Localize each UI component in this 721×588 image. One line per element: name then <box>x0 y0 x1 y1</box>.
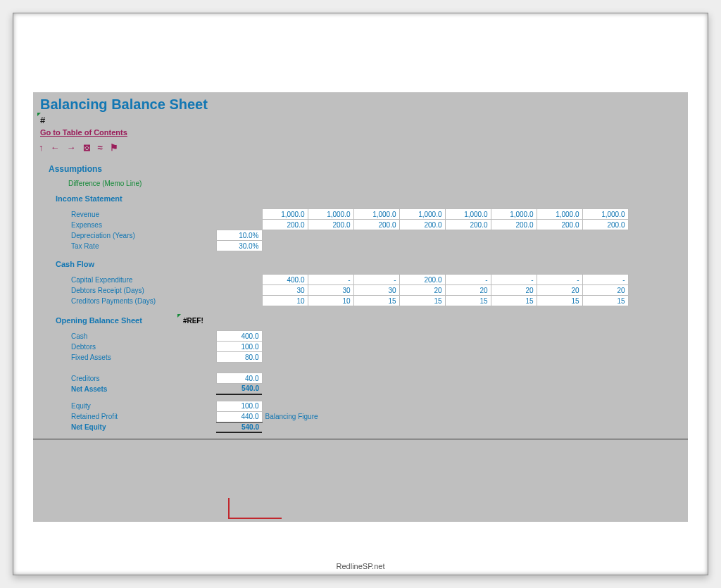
ref-text: #REF! <box>183 317 203 325</box>
row-debtors: Debtors 100.0 <box>68 342 262 352</box>
row-capex: Capital Expenditure 400.0 - - 200.0 - - … <box>68 275 628 285</box>
opening-label: Opening Balance Sheet <box>56 316 142 325</box>
hash-mark: # <box>33 115 688 125</box>
document-frame: Balancing Balance Sheet # Go to Table of… <box>13 13 708 575</box>
label-creditors-days: Creditors Payments (Days) <box>68 296 216 306</box>
error-indicator-icon <box>177 314 181 318</box>
balance-table-equity: Equity 100.0 Retained Profit 440.0 Balan… <box>68 401 321 434</box>
row-net-assets: Net Assets 540.0 <box>68 384 262 394</box>
forward-icon[interactable]: → <box>67 142 76 153</box>
row-expenses: Expenses 200.0 200.0 200.0 200.0 200.0 2… <box>68 220 628 230</box>
label-retained: Retained Profit <box>68 411 216 422</box>
label-net-equity: Net Equity <box>68 422 216 432</box>
hash-text: # <box>40 115 45 125</box>
label-capex: Capital Expenditure <box>68 275 216 285</box>
toc-link[interactable]: Go to Table of Contents <box>33 125 127 141</box>
label-debtors-days: Debtors Receipt (Days) <box>68 285 216 296</box>
row-tax: Tax Rate 30.0% <box>68 241 628 251</box>
flag-icon[interactable]: ⚑ <box>110 142 118 153</box>
label-net-assets: Net Assets <box>68 384 216 394</box>
label-revenue: Revenue <box>68 209 216 220</box>
label-debtors: Debtors <box>68 342 216 352</box>
balancing-bracket-icon <box>228 498 282 519</box>
label-equity: Equity <box>68 401 216 411</box>
row-cash: Cash 400.0 <box>68 331 262 342</box>
row-equity: Equity 100.0 <box>68 401 321 411</box>
label-tax: Tax Rate <box>68 241 216 251</box>
row-net-equity: Net Equity 540.0 <box>68 422 321 432</box>
balancing-figure-note: Balancing Figure <box>262 411 321 422</box>
row-revenue: Revenue 1,000.0 1,000.0 1,000.0 1,000.0 … <box>68 209 628 220</box>
divider <box>33 439 688 439</box>
label-creditors: Creditors <box>68 373 216 384</box>
row-retained: Retained Profit 440.0 Balancing Figure <box>68 411 321 422</box>
label-expenses: Expenses <box>68 220 216 230</box>
section-income: Income Statement <box>33 194 688 208</box>
row-debtors-days: Debtors Receipt (Days) 30 30 30 20 20 20… <box>68 285 628 296</box>
memo-line: Difference (Memo Line) <box>33 180 688 194</box>
nav-toolbar: ↑ ← → ⊠ ≈ ⚑ <box>33 141 688 160</box>
wave-icon[interactable]: ≈ <box>98 142 103 153</box>
page-title: Balancing Balance Sheet <box>33 96 688 115</box>
back-icon[interactable]: ← <box>51 142 60 153</box>
row-creditors: Creditors 40.0 <box>68 373 262 384</box>
balance-table-assets: Cash 400.0 Debtors 100.0 Fixed Assets 80… <box>68 330 263 395</box>
row-depreciation: Depreciation (Years) 10.0% <box>68 230 628 241</box>
section-opening: Opening Balance Sheet #REF! <box>33 315 688 330</box>
spreadsheet-area: Balancing Balance Sheet # Go to Table of… <box>33 92 688 522</box>
footer-watermark: RedlineSP.net <box>13 562 708 570</box>
row-creditors-days: Creditors Payments (Days) 10 10 15 15 15… <box>68 296 628 306</box>
label-depreciation: Depreciation (Years) <box>68 230 216 241</box>
income-table: Revenue 1,000.0 1,000.0 1,000.0 1,000.0 … <box>68 208 629 251</box>
label-cash: Cash <box>68 331 216 342</box>
section-cashflow: Cash Flow <box>33 260 688 274</box>
ref-error: #REF! <box>183 317 203 325</box>
cashflow-table: Capital Expenditure 400.0 - - 200.0 - - … <box>68 274 629 306</box>
row-fixed: Fixed Assets 80.0 <box>68 352 262 363</box>
label-fixed: Fixed Assets <box>68 352 216 363</box>
check-icon[interactable]: ⊠ <box>83 142 91 153</box>
section-assumptions: Assumptions <box>33 160 688 180</box>
up-icon[interactable]: ↑ <box>39 142 44 153</box>
error-indicator-icon <box>37 113 41 116</box>
